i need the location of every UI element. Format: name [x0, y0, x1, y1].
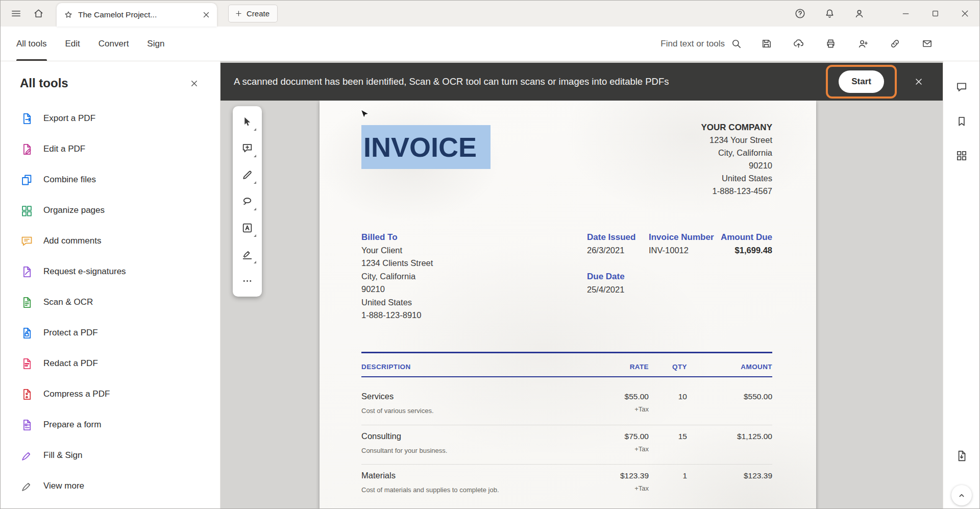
thumbnails-grid-icon	[955, 149, 968, 162]
tab-convert-label: Convert	[99, 39, 129, 49]
sidebar-item-add-comments[interactable]: Add comments	[1, 226, 220, 256]
collapse-rail-button[interactable]	[951, 485, 972, 505]
print-button[interactable]	[823, 36, 838, 52]
tool-item-label: Edit a PDF	[43, 144, 85, 154]
panel-close-button[interactable]	[186, 76, 202, 91]
amount-due-value: $1,699.48	[721, 244, 772, 257]
tab-convert[interactable]: Convert	[99, 27, 129, 61]
protect-pdf-icon	[20, 326, 34, 340]
more-tools-button[interactable]	[236, 270, 258, 292]
hamburger-menu-button[interactable]	[5, 3, 27, 25]
chevron-up-icon	[956, 490, 967, 501]
row-tax: +Tax	[575, 445, 649, 453]
bookmarks-panel-button[interactable]	[953, 113, 970, 130]
sidebar-item-combine-files[interactable]: Combine files	[1, 164, 220, 195]
window-close-button[interactable]	[950, 1, 979, 27]
billed-to-label: Billed To	[361, 231, 433, 244]
bell-icon	[824, 8, 836, 19]
tool-item-label: Add comments	[43, 236, 101, 246]
lasso-tool-button[interactable]	[236, 190, 258, 212]
share-link-button[interactable]	[887, 36, 902, 52]
sidebar-item-edit-pdf[interactable]: Edit a PDF	[1, 134, 220, 164]
sidebar-item-view-more[interactable]: View more	[1, 471, 220, 501]
billed-to-line: City, California	[361, 270, 433, 283]
tool-item-label: Fill & Sign	[43, 450, 83, 460]
sidebar-item-redact-pdf[interactable]: Redact a PDF	[1, 348, 220, 379]
find-text-or-tools-search[interactable]: Find text or tools	[660, 38, 742, 50]
sidebar-item-prepare-form[interactable]: Prepare a form	[1, 409, 220, 440]
coachmark-highlight: Start	[826, 65, 897, 99]
create-button-label: Create	[247, 9, 270, 18]
account-button[interactable]	[848, 3, 870, 25]
home-button[interactable]	[27, 3, 50, 25]
invoice-title-selected-text[interactable]: INVOICE	[361, 125, 491, 169]
tab-edit-label: Edit	[65, 39, 80, 49]
company-address-line: City, California	[701, 147, 772, 159]
tool-item-label: Protect a PDF	[43, 328, 98, 338]
save-icon	[761, 38, 772, 50]
banner-close-button[interactable]	[910, 73, 927, 90]
sidebar-item-fill-sign[interactable]: Fill & Sign	[1, 440, 220, 471]
sidebar-item-protect-pdf[interactable]: Protect a PDF	[1, 318, 220, 348]
person-icon	[853, 8, 865, 19]
tab-sign[interactable]: Sign	[147, 27, 164, 61]
sidebar-item-request-esignatures[interactable]: Request e-signatures	[1, 256, 220, 287]
tool-item-label: Compress a PDF	[43, 389, 110, 399]
fill-sign-icon	[20, 449, 34, 463]
tab-sign-label: Sign	[147, 39, 164, 49]
export-shortcut-button[interactable]	[953, 447, 970, 465]
row-note: Consultant for your business.	[361, 447, 447, 454]
comment-bubble-icon	[955, 81, 968, 94]
tab-close-button[interactable]	[200, 8, 213, 21]
toolbar-tabs: All tools Edit Convert Sign	[16, 27, 164, 61]
row-description: Consulting	[361, 431, 401, 441]
request-signature-button[interactable]	[855, 36, 870, 52]
row-rate: $75.00	[575, 432, 649, 441]
sidebar-item-compress-pdf[interactable]: Compress a PDF	[1, 379, 220, 409]
row-rate: $55.00	[575, 392, 649, 401]
tab-all-tools[interactable]: All tools	[16, 27, 47, 61]
due-date-label: Due Date	[587, 270, 625, 283]
upload-cloud-button[interactable]	[791, 36, 806, 52]
lasso-icon	[241, 195, 254, 208]
create-button[interactable]: Create	[228, 5, 278, 22]
select-tool-button[interactable]	[236, 111, 258, 133]
table-header-rate: RATE	[575, 363, 649, 371]
draw-tool-button[interactable]	[236, 164, 258, 186]
amount-due-block: Amount Due $1,699.48	[721, 231, 772, 257]
maximize-button[interactable]	[920, 1, 950, 27]
row-qty: 15	[646, 432, 687, 441]
date-issued-value: 26/3/2021	[587, 244, 635, 257]
row-note: Cost of materials and supplies to comple…	[361, 486, 499, 494]
due-date-block: Due Date 25/4/2021	[587, 270, 625, 296]
tab-edit[interactable]: Edit	[65, 27, 80, 61]
sidebar-item-organize-pages[interactable]: Organize pages	[1, 195, 220, 226]
add-comment-tool-button[interactable]	[236, 137, 258, 159]
request-esignatures-icon	[20, 265, 34, 279]
tool-item-label: Redact a PDF	[43, 358, 98, 369]
table-header-amount: AMOUNT	[741, 363, 772, 371]
due-date-value: 25/4/2021	[587, 283, 625, 297]
link-icon	[889, 38, 901, 50]
save-button[interactable]	[758, 36, 774, 52]
row-amount: $550.00	[744, 392, 772, 401]
document-tab[interactable]: The Camelot Project...	[57, 3, 217, 27]
text-box-tool-button[interactable]	[236, 217, 258, 239]
start-button[interactable]: Start	[839, 70, 884, 93]
sidebar-item-scan-ocr[interactable]: Scan & OCR	[1, 287, 220, 318]
redact-pdf-icon	[20, 357, 34, 371]
compress-pdf-icon	[20, 387, 34, 401]
company-address-line: 1-888-123-4567	[701, 185, 772, 198]
pdf-page[interactable]: INVOICE YOUR COMPANY 1234 Your Street Ci…	[320, 101, 816, 509]
email-button[interactable]	[919, 36, 935, 52]
page-thumbnails-button[interactable]	[953, 147, 970, 164]
row-description: Services	[361, 392, 394, 401]
view-more-icon	[20, 479, 34, 493]
date-issued-label: Date Issued	[587, 231, 635, 244]
minimize-button[interactable]	[891, 1, 920, 27]
sidebar-item-export-pdf[interactable]: Export a PDF	[1, 103, 220, 134]
sign-tool-button[interactable]	[236, 244, 258, 265]
comments-panel-button[interactable]	[953, 79, 970, 96]
notifications-button[interactable]	[818, 3, 841, 25]
help-button[interactable]	[789, 3, 811, 25]
